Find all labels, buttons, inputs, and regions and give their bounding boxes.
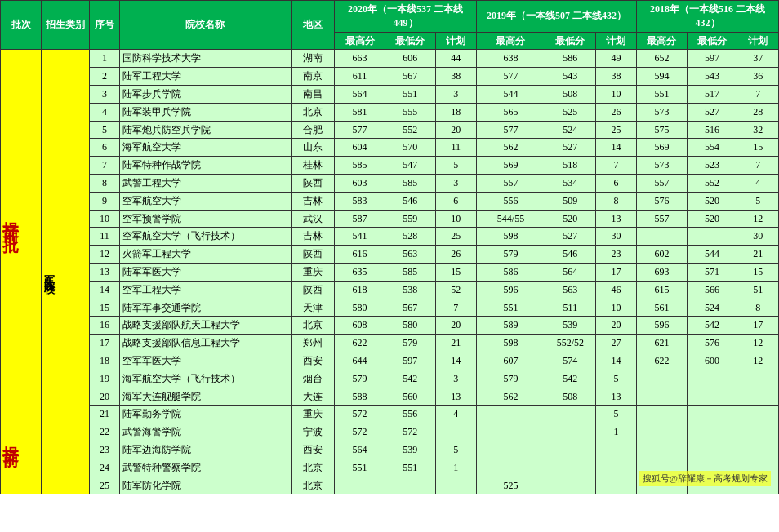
sub-header-2018-max: 最高分 <box>637 32 688 50</box>
header-mingcheng: 院校名称 <box>119 1 291 50</box>
mingcheng-cell: 陆军边海防学院 <box>119 441 291 459</box>
y18_max-cell: 596 <box>637 317 688 335</box>
y20_max-cell: 572 <box>335 406 385 423</box>
y20_max-cell: 577 <box>335 121 385 139</box>
table-row: 17战略支援部队信息工程大学郑州62257921598552/522762157… <box>1 335 779 352</box>
y19_plan-cell: 20 <box>595 317 636 335</box>
y19_max-cell: 556 <box>476 192 545 210</box>
mingcheng-cell: 武警海警学院 <box>119 423 291 441</box>
y20_plan-cell: 26 <box>435 246 476 264</box>
y19_max-cell <box>476 459 545 477</box>
y19_min-cell: 552/52 <box>545 335 596 352</box>
y18_max-cell: 569 <box>637 139 688 157</box>
y18_plan-cell: 5 <box>737 192 779 210</box>
y20_plan-cell: 3 <box>435 370 476 388</box>
y18_min-cell: 523 <box>687 157 737 175</box>
y18_max-cell: 551 <box>637 85 688 103</box>
xuhao-cell: 1 <box>90 50 119 68</box>
y18_min-cell: 571 <box>687 263 737 281</box>
y19_max-cell: 577 <box>476 68 545 86</box>
y20_max-cell: 616 <box>335 246 385 264</box>
table-row: 19海军航空大学（飞行技术）烟台57954235795425 <box>1 370 779 388</box>
y18_max-cell: 602 <box>637 246 688 264</box>
xuhao-cell: 23 <box>90 441 119 459</box>
xuhao-cell: 5 <box>90 121 119 139</box>
table-row: 22武警海警学院宁波5725721 <box>1 423 779 441</box>
mingcheng-cell: 空军预警学院 <box>119 210 291 228</box>
table-row: 15陆军军事交通学院天津5805677551511105615248 <box>1 299 779 317</box>
y20_plan-cell: 3 <box>435 174 476 192</box>
xuhao-cell: 21 <box>90 406 119 423</box>
header-2018: 2018年（一本线516 二本线432） <box>637 1 779 33</box>
y19_plan-cell: 14 <box>595 352 636 370</box>
y18_plan-cell: 12 <box>737 352 779 370</box>
y19_plan-cell: 25 <box>595 121 636 139</box>
table-row: 8武警工程大学陕西603585355753465575524 <box>1 174 779 192</box>
y18_min-cell <box>687 370 737 388</box>
mingcheng-cell: 战略支援部队航天工程大学 <box>119 317 291 335</box>
y20_max-cell: 663 <box>335 50 385 68</box>
y20_min-cell: 542 <box>385 370 435 388</box>
y19_max-cell: 569 <box>476 157 545 175</box>
mingcheng-cell: 海军大连舰艇学院 <box>119 388 291 406</box>
y19_min-cell: 546 <box>545 246 596 264</box>
xuhao-cell: 2 <box>90 68 119 86</box>
y19_plan-cell: 30 <box>595 228 636 246</box>
y18_min-cell <box>687 423 737 441</box>
y20_min-cell: 567 <box>385 68 435 86</box>
y20_max-cell: 622 <box>335 335 385 352</box>
y19_min-cell <box>545 477 596 494</box>
header-leibie: 招生类别 <box>42 1 90 50</box>
xuhao-cell: 19 <box>90 370 119 388</box>
y20_max-cell: 588 <box>335 388 385 406</box>
y19_plan-cell: 8 <box>595 192 636 210</box>
mingcheng-cell: 陆军工程大学 <box>119 68 291 86</box>
diqu-cell: 天津 <box>291 299 334 317</box>
y19_max-cell: 544/55 <box>476 210 545 228</box>
mingcheng-cell: 空军航空大学 <box>119 192 291 210</box>
xuhao-cell: 12 <box>90 246 119 264</box>
y18_max-cell: 615 <box>637 281 688 299</box>
diqu-cell: 陕西 <box>291 174 334 192</box>
y18_plan-cell <box>737 370 779 388</box>
diqu-cell: 重庆 <box>291 263 334 281</box>
xuhao-cell: 4 <box>90 103 119 121</box>
table-row: 4陆军装甲兵学院北京581555185655252657352728 <box>1 103 779 121</box>
diqu-cell: 北京 <box>291 103 334 121</box>
y19_max-cell <box>476 406 545 423</box>
y20_min-cell: 556 <box>385 406 435 423</box>
y18_min-cell <box>687 406 737 423</box>
y19_max-cell: 596 <box>476 281 545 299</box>
y18_plan-cell: 32 <box>737 121 779 139</box>
y19_plan-cell: 1 <box>595 423 636 441</box>
y20_max-cell: 579 <box>335 370 385 388</box>
y20_min-cell: 551 <box>385 459 435 477</box>
y19_min-cell: 508 <box>545 388 596 406</box>
y20_max-cell: 551 <box>335 459 385 477</box>
diqu-cell: 北京 <box>291 317 334 335</box>
table-row: 提前一批军队院校1国防科学技术大学湖南663606446385864965259… <box>1 50 779 68</box>
y18_plan-cell: 21 <box>737 246 779 264</box>
y20_plan-cell: 52 <box>435 281 476 299</box>
mingcheng-cell: 陆军防化学院 <box>119 477 291 494</box>
table-row: 10空军预警学院武汉58755910544/555201355752012 <box>1 210 779 228</box>
y19_plan-cell: 5 <box>595 406 636 423</box>
y20_plan-cell: 5 <box>435 157 476 175</box>
table-row: 6海军航空大学山东604570115625271456955415 <box>1 139 779 157</box>
y20_max-cell <box>335 477 385 494</box>
table-row: 3陆军步兵学院南昌5645513544508105515177 <box>1 85 779 103</box>
pici-cell: 提前一批 <box>1 50 42 388</box>
y20_plan-cell: 25 <box>435 228 476 246</box>
y19_max-cell: 562 <box>476 388 545 406</box>
mingcheng-cell: 海军航空大学（飞行技术） <box>119 370 291 388</box>
table-row: 2陆军工程大学南京611567385775433859454336 <box>1 68 779 86</box>
diqu-cell: 吉林 <box>291 228 334 246</box>
xuhao-cell: 13 <box>90 263 119 281</box>
y19_plan-cell: 6 <box>595 174 636 192</box>
xuhao-cell: 11 <box>90 228 119 246</box>
y19_max-cell: 551 <box>476 299 545 317</box>
diqu-cell: 吉林 <box>291 192 334 210</box>
mingcheng-cell: 空军航空大学（飞行技术） <box>119 228 291 246</box>
y20_min-cell: 528 <box>385 228 435 246</box>
y20_plan-cell: 14 <box>435 352 476 370</box>
